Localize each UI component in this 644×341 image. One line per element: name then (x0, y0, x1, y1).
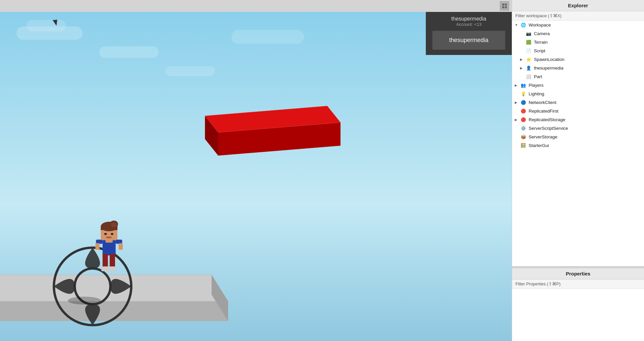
camera-icon: 📷 (525, 30, 532, 37)
right-panel: Explorer Filter workspace (⇧⌘X) ▼🌐Worksp… (512, 0, 644, 341)
cursor (53, 20, 58, 26)
tree-item-thesupermedia[interactable]: ▶👤thesupermedia (512, 64, 644, 72)
tree-label-script: Script (534, 48, 545, 53)
tree-item-lighting[interactable]: 💡Lighting (512, 89, 644, 98)
tree-item-serverscriptservice[interactable]: ⚙️ServerScriptService (512, 124, 644, 132)
viewport[interactable]: thesupermedia Account: <13 thesupermedia (0, 0, 512, 341)
svg-rect-3 (505, 6, 507, 8)
lighting-icon: 💡 (520, 90, 527, 97)
properties-filter[interactable]: Filter Properties (⇧⌘P) (512, 279, 644, 289)
tree-label-terrain: Terrain (534, 40, 547, 45)
tree-label-serverscriptservice: ServerScriptService (529, 126, 568, 131)
user-popup-button[interactable]: thesupermedia (432, 31, 505, 50)
player-icon: 👤 (525, 65, 532, 71)
svg-rect-18 (119, 243, 123, 250)
tree-item-networkclient[interactable]: ▶🔵NetworkClient (512, 98, 644, 107)
tree-label-spawnlocation: SpawnLocation (534, 57, 564, 62)
tree-arrow-replicatedstorage[interactable]: ▶ (515, 118, 519, 122)
svg-point-23 (111, 222, 117, 227)
tree-item-players[interactable]: ▶👥Players (512, 81, 644, 89)
tree-container[interactable]: ▼🌐Workspace📷Camera🟩Terrain📄Script▶⭐Spawn… (512, 21, 644, 266)
viewport-top-bar (0, 0, 512, 12)
gui-icon: 🖼️ (520, 142, 527, 149)
tree-item-workspace[interactable]: ▼🌐Workspace (512, 21, 644, 29)
tree-item-camera[interactable]: 📷Camera (512, 29, 644, 38)
tree-item-script[interactable]: 📄Script (512, 46, 644, 55)
tree-item-spawnlocation[interactable]: ▶⭐SpawnLocation (512, 55, 644, 64)
replicated-icon: 🔴 (520, 116, 527, 123)
tree-item-part[interactable]: ⬜Part (512, 72, 644, 81)
tree-label-workspace: Workspace (529, 23, 551, 27)
properties-header: Properties (512, 268, 644, 279)
replicated-icon: 🔴 (520, 108, 527, 114)
tree-arrow-spawnlocation[interactable]: ▶ (520, 58, 525, 61)
spawn-icon: ⭐ (525, 56, 532, 63)
red-brick (192, 103, 341, 156)
terrain-icon: 🟩 (525, 39, 532, 45)
svg-rect-16 (116, 240, 122, 244)
tree-label-camera: Camera (534, 31, 550, 36)
tree-label-replicatedstorage: ReplicatedStorage (529, 117, 565, 122)
tree-arrow-players[interactable]: ▶ (515, 83, 519, 87)
service-icon: ⚙️ (520, 125, 527, 131)
tree-label-part: Part (534, 74, 542, 79)
svg-rect-27 (105, 240, 113, 243)
svg-rect-2 (502, 6, 504, 8)
tree-label-thesupermedia: thesupermedia (534, 66, 563, 71)
tree-label-lighting: Lighting (529, 91, 544, 96)
script-icon: 📄 (525, 47, 532, 54)
svg-rect-13 (101, 267, 109, 271)
tree-item-serverstorage[interactable]: 📦ServerStorage (512, 132, 644, 141)
user-popup-username: thesupermedia (432, 16, 505, 22)
svg-rect-0 (502, 4, 504, 6)
network-icon: 🔵 (520, 99, 527, 106)
explorer-header: Explorer (512, 0, 644, 11)
tree-label-networkclient: NetworkClient (529, 100, 556, 105)
tree-label-replicatedfirst: ReplicatedFirst (529, 109, 558, 114)
user-popup: thesupermedia Account: <13 thesupermedia (426, 12, 512, 55)
svg-point-9 (68, 297, 101, 305)
viewport-icon[interactable] (500, 1, 509, 11)
properties-content (512, 289, 644, 341)
tree-item-startergui[interactable]: 🖼️StarterGui (512, 141, 644, 150)
tree-item-replicatedstorage[interactable]: ▶🔴ReplicatedStorage (512, 115, 644, 124)
tree-label-startergui: StarterGui (529, 143, 549, 148)
svg-rect-17 (96, 243, 100, 250)
user-popup-account: Account: <13 (432, 22, 505, 27)
svg-rect-26 (106, 237, 111, 238)
svg-rect-14 (108, 267, 116, 271)
tree-label-serverstorage: ServerStorage (529, 134, 557, 139)
tree-arrow-networkclient[interactable]: ▶ (515, 101, 519, 104)
players-icon: 👥 (520, 82, 527, 88)
tree-item-replicatedfirst[interactable]: 🔴ReplicatedFirst (512, 107, 644, 115)
tree-arrow-workspace[interactable]: ▼ (515, 23, 519, 27)
explorer-filter[interactable]: Filter workspace (⇧⌘X) (512, 11, 644, 21)
svg-rect-25 (111, 233, 113, 235)
tree-arrow-thesupermedia[interactable]: ▶ (520, 66, 525, 70)
storage-icon: 📦 (520, 133, 527, 140)
properties-section: Properties Filter Properties (⇧⌘P) (512, 268, 644, 341)
part-icon: ⬜ (525, 73, 532, 80)
tree-label-players: Players (529, 83, 543, 88)
svg-rect-1 (505, 4, 507, 6)
tree-item-terrain[interactable]: 🟩Terrain (512, 38, 644, 46)
globe-icon: 🌐 (520, 22, 527, 28)
svg-rect-24 (104, 233, 107, 235)
character (93, 215, 126, 275)
svg-rect-15 (96, 240, 102, 244)
explorer-section: Explorer Filter workspace (⇧⌘X) ▼🌐Worksp… (512, 0, 644, 266)
